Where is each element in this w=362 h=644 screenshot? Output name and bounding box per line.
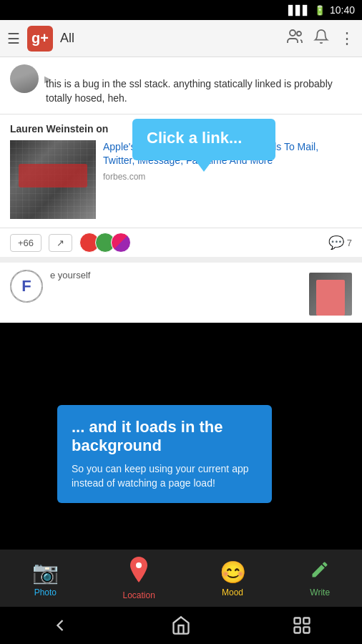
status-time: 10:40 xyxy=(330,4,355,16)
top-bar: ☰ g+ All ⋮ xyxy=(0,20,362,57)
status-bar: ▋▋▋ 🔋 10:40 xyxy=(0,0,362,20)
battery-icon: 🔋 xyxy=(314,5,326,16)
callout-background-load: ... and it loads in the background So yo… xyxy=(57,405,272,503)
mood-label: Mood xyxy=(222,587,243,597)
callout1-text: Click a link... xyxy=(147,129,242,147)
svg-point-0 xyxy=(290,30,295,36)
svg-point-2 xyxy=(136,562,142,568)
callout2-body: So you can keep using your current app i… xyxy=(72,462,258,491)
posts-container: ▶ this is a bug in the ssl stack. anythi… xyxy=(0,57,362,323)
svg-rect-5 xyxy=(294,627,300,633)
callout-click-link: Click a link... xyxy=(132,119,275,160)
svg-point-1 xyxy=(297,31,301,36)
third-post-image xyxy=(309,273,352,316)
third-post-author-initial: e xyxy=(50,270,55,280)
back-button[interactable] xyxy=(50,615,70,635)
svg-rect-4 xyxy=(303,618,309,624)
share-button[interactable]: ↗ xyxy=(49,234,72,252)
nav-bar xyxy=(0,607,362,644)
action-photo[interactable]: 📷 Photo xyxy=(32,560,59,597)
home-button[interactable] xyxy=(171,615,191,635)
plus-button[interactable]: +66 xyxy=(10,234,41,252)
second-post: Click a link... Lauren Weinstein on Appl… xyxy=(0,114,362,228)
location-label: Location xyxy=(122,590,155,600)
comment-button[interactable]: 💬 7 xyxy=(328,235,352,250)
first-post: ▶ this is a bug in the ssl stack. anythi… xyxy=(0,57,362,114)
avatar xyxy=(10,64,39,93)
photo-label: Photo xyxy=(34,587,57,597)
write-label: Write xyxy=(310,587,330,597)
people-icon[interactable] xyxy=(286,28,303,49)
feed-title: All xyxy=(60,31,279,46)
svg-rect-3 xyxy=(294,618,300,624)
action-write[interactable]: Write xyxy=(310,560,330,597)
f-avatar: F xyxy=(10,270,43,303)
mood-icon: 😊 xyxy=(220,560,246,585)
post-divider xyxy=(0,257,362,263)
recents-button[interactable] xyxy=(292,615,312,635)
f-letter: F xyxy=(21,277,31,296)
gplus-logo: g+ xyxy=(27,26,53,52)
third-post-content: e yourself xyxy=(50,270,302,280)
interaction-bar: +66 ↗ 💬 7 xyxy=(0,228,362,257)
photo-icon: 📷 xyxy=(32,560,59,585)
write-icon xyxy=(310,560,330,585)
gplus-letter: g+ xyxy=(31,30,49,47)
action-mood[interactable]: 😊 Mood xyxy=(220,560,246,597)
svg-rect-6 xyxy=(303,627,309,633)
more-icon[interactable]: ⋮ xyxy=(339,29,355,48)
third-post-meta: e yourself xyxy=(50,270,302,280)
bottom-action-bar: 📷 Photo Location 😊 Mood Write xyxy=(0,550,362,607)
action-location[interactable]: Location xyxy=(122,557,155,600)
avatar-small-3 xyxy=(111,233,131,253)
comment-icon: 💬 xyxy=(328,235,344,250)
first-post-text: this is a bug in the ssl stack. anything… xyxy=(10,77,352,105)
notification-icon[interactable] xyxy=(313,29,329,49)
hamburger-icon[interactable]: ☰ xyxy=(7,30,20,47)
third-post: F e yourself xyxy=(0,263,362,323)
third-post-self: yourself xyxy=(58,270,91,280)
link-source: forbes.com xyxy=(103,172,352,182)
top-bar-icons: ⋮ xyxy=(286,28,355,49)
link-thumbnail xyxy=(10,140,96,219)
callout2-title: ... and it loads in the background xyxy=(72,418,258,456)
location-icon xyxy=(128,557,150,587)
signal-icon: ▋▋▋ xyxy=(288,5,310,16)
comment-count: 7 xyxy=(347,238,352,248)
avatar-cluster xyxy=(84,233,131,253)
